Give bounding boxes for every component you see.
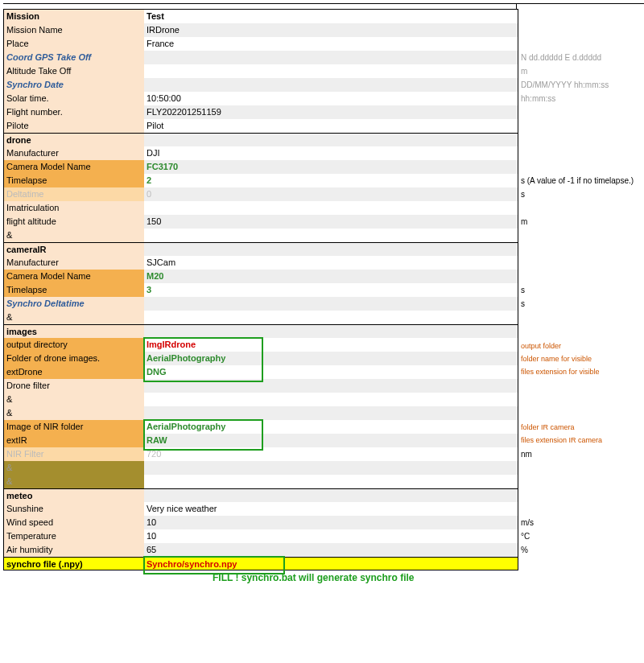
drone-mfr-value[interactable]: DJI xyxy=(144,146,518,160)
flight-alt-hint: m xyxy=(521,215,527,229)
row-img-amp4: & xyxy=(4,475,518,488)
row-drone-mfr: Manufacturer DJI xyxy=(4,146,518,160)
row-place: Place France xyxy=(4,37,518,51)
row-drone-delta: Deltatime 0 s xyxy=(4,187,518,201)
row-humidity: Air humidity 65 % xyxy=(4,543,518,557)
ir-timelapse-value[interactable]: 3 xyxy=(144,283,518,297)
drone-cam-value[interactable]: FC3170 xyxy=(144,160,518,174)
row-mission-name: Mission Name IRDrone xyxy=(4,23,518,37)
hum-hint: % xyxy=(521,543,528,557)
row-ir-timelapse: Timelapse 3 s xyxy=(4,283,518,297)
coord-value[interactable] xyxy=(144,51,518,64)
synchro-date-value[interactable] xyxy=(144,78,518,92)
extdrone-note: files extension for visible xyxy=(521,365,600,379)
solar-hint: hh:mm:ss xyxy=(521,92,555,105)
row-flightnum: Flight number. FLY202201251159 xyxy=(4,105,518,119)
images-label: images xyxy=(4,325,144,338)
row-extdrone: extDrone DNG files extension for visible xyxy=(4,365,518,379)
pilote-value[interactable]: Pilot xyxy=(144,119,518,133)
sunshine-label: Sunshine xyxy=(4,502,144,516)
drone-amp: & xyxy=(4,229,144,242)
wind-value[interactable]: 10 xyxy=(144,516,518,529)
drone-timelapse-hint: s (A value of -1 if no timelapse.) xyxy=(521,174,634,187)
nirfolder-note: folder IR camera xyxy=(521,421,575,434)
place-value[interactable]: France xyxy=(144,37,518,51)
row-ir-amp: & xyxy=(4,311,518,324)
nirfolder-value[interactable]: AerialPhotography xyxy=(144,420,518,434)
synchro-date-label: Synchro Date xyxy=(4,78,144,92)
row-solar: Solar time. 10:50:00 hh:mm:ss xyxy=(4,92,518,105)
row-ir-cam: Camera Model Name M20 xyxy=(4,270,518,283)
ir-cam-label: Camera Model Name xyxy=(4,270,144,283)
outdir-note: output folder xyxy=(521,340,561,353)
wind-hint: m/s xyxy=(521,516,534,529)
config-sheet: Mission Test Mission Name IRDrone Place … xyxy=(3,9,518,570)
outdir-label: output directory xyxy=(4,338,144,352)
flightnum-value[interactable]: FLY202201251159 xyxy=(144,105,518,119)
dronefolder-label: Folder of drone images. xyxy=(4,352,144,365)
drone-timelapse-label: Timelapse xyxy=(4,174,144,187)
alt-takeoff-value[interactable] xyxy=(144,64,518,78)
extir-value[interactable]: RAW xyxy=(144,434,518,447)
ir-synchrodelta-value[interactable] xyxy=(144,297,518,311)
dronefilter-label: Drone filter xyxy=(4,379,144,393)
imat-value[interactable] xyxy=(144,201,518,215)
flight-alt-value[interactable]: 150 xyxy=(144,215,518,229)
drone-timelapse-value[interactable]: 2 xyxy=(144,174,518,187)
sunshine-value[interactable]: Very nice weather xyxy=(144,502,518,516)
row-ir-synchrodelta: Synchro Deltatime s xyxy=(4,297,518,311)
row-drone-cam: Camera Model Name FC3170 xyxy=(4,160,518,174)
img-amp4: & xyxy=(4,475,144,488)
hum-label: Air humidity xyxy=(4,543,144,557)
outdir-value[interactable]: ImgIRdrone xyxy=(144,338,518,352)
mission-name-value[interactable]: IRDrone xyxy=(144,23,518,37)
meteo-label: meteo xyxy=(4,489,144,502)
row-sunshine: Sunshine Very nice weather xyxy=(4,502,518,516)
ir-cam-value[interactable]: M20 xyxy=(144,270,518,283)
img-amp1: & xyxy=(4,393,144,406)
temp-label: Temperature xyxy=(4,529,144,543)
ir-mfr-label: Manufacturer xyxy=(4,256,144,270)
hum-value[interactable]: 65 xyxy=(144,543,518,557)
dronefolder-value[interactable]: AerialPhotography xyxy=(144,352,518,365)
row-coord: Coord GPS Take Off N dd.ddddd E d.ddddd xyxy=(4,51,518,64)
dronefolder-note: folder name for visible xyxy=(521,352,592,366)
row-altitude-takeoff: Altitude Take Off m xyxy=(4,64,518,78)
row-nirfolder: Image of NIR folder AerialPhotography fo… xyxy=(4,420,518,434)
mission-name-label: Mission Name xyxy=(4,23,144,37)
pilote-label: Pilote xyxy=(4,119,144,133)
nirfilter-label: NIR Filter xyxy=(4,447,144,461)
row-dronefilter: Drone filter xyxy=(4,379,518,393)
flight-alt-label: flight altitude xyxy=(4,215,144,229)
temp-hint: °C xyxy=(521,529,530,543)
drone-delta-value[interactable]: 0 xyxy=(144,187,518,201)
ir-timelapse-label: Timelapse xyxy=(4,283,144,297)
row-nirfilter: NIR Filter 720 nm xyxy=(4,447,518,461)
synchro-file-label: synchro file (.npy) xyxy=(4,558,144,570)
img-amp3: & xyxy=(4,461,144,475)
row-img-amp3: & xyxy=(4,461,518,475)
coord-hint: N dd.ddddd E d.ddddd xyxy=(521,51,601,64)
synchro-footer-note: FILL ! synchro.bat will generate synchro… xyxy=(213,572,644,583)
drone-cam-label: Camera Model Name xyxy=(4,160,144,174)
row-flight-alt: flight altitude 150 m xyxy=(4,215,518,229)
ir-mfr-value[interactable]: SJCam xyxy=(144,256,518,270)
dronefilter-value[interactable] xyxy=(144,379,518,393)
extir-note: files extension IR camera xyxy=(521,434,602,447)
solar-label: Solar time. xyxy=(4,92,144,105)
mission-section-value[interactable]: Test xyxy=(144,10,518,23)
row-dronefolder: Folder of drone images. AerialPhotograph… xyxy=(4,352,518,365)
solar-value[interactable]: 10:50:00 xyxy=(144,92,518,105)
temp-value[interactable]: 10 xyxy=(144,529,518,543)
section-drone: drone xyxy=(4,133,518,146)
ir-amp: & xyxy=(4,311,144,324)
drone-delta-label: Deltatime xyxy=(4,187,144,201)
section-images: images xyxy=(4,324,518,338)
drone-mfr-label: Manufacturer xyxy=(4,146,144,160)
synchro-date-hint: DD/MM/YYYY hh:mm:ss xyxy=(521,78,609,92)
extdrone-value[interactable]: DNG xyxy=(144,365,518,379)
synchro-file-value[interactable]: Synchro/synchro.npy xyxy=(144,558,518,570)
ir-synchrodelta-hint: s xyxy=(521,297,525,311)
section-camerair: cameraIR xyxy=(4,242,518,256)
nirfilter-value[interactable]: 720 xyxy=(144,447,518,461)
